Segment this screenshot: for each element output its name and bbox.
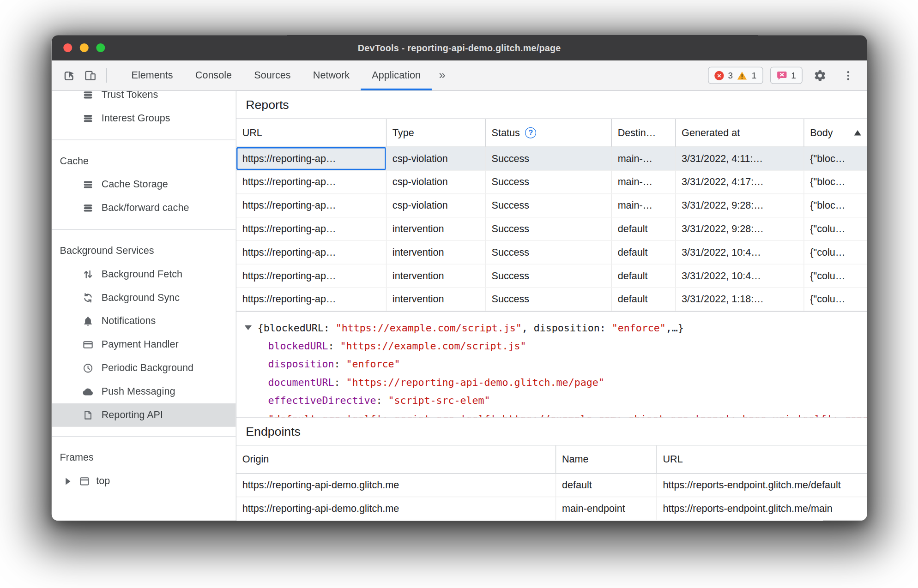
- report-url-cell[interactable]: https://reporting-ap…: [236, 288, 387, 311]
- panel-tabs: Elements Console Sources Network Applica…: [120, 60, 432, 90]
- report-body-cell: {"colu…: [804, 264, 867, 288]
- column-header-origin[interactable]: Origin: [236, 445, 556, 473]
- tab-application[interactable]: Application: [361, 60, 432, 90]
- sidebar-item-back-forward-cache[interactable]: Back/forward cache: [52, 197, 236, 220]
- report-body-cell: {"colu…: [804, 241, 867, 264]
- endpoints-table-header: Origin Name URL: [236, 445, 867, 474]
- window-title: DevTools - reporting-api-demo.glitch.me/…: [52, 42, 867, 53]
- report-generated-cell: 3/31/2022, 1:18:…: [676, 288, 804, 311]
- report-url-cell[interactable]: https://reporting-ap…: [236, 194, 387, 217]
- inspect-cursor-icon: [63, 69, 76, 82]
- sidebar-item-label: Reporting API: [102, 409, 163, 421]
- report-row[interactable]: https://reporting-ap… intervention Succe…: [236, 264, 867, 288]
- preview-collapsed-line[interactable]: {blockedURL: "https://example.com/script…: [245, 319, 867, 337]
- report-url-cell[interactable]: https://reporting-ap…: [236, 264, 387, 288]
- report-url-cell[interactable]: https://reporting-ap…: [236, 241, 387, 264]
- report-status-cell: Success: [486, 171, 612, 194]
- column-header-name[interactable]: Name: [556, 445, 657, 473]
- sidebar-item-reporting-api[interactable]: Reporting API: [52, 403, 236, 427]
- issues-badge[interactable]: 1: [770, 67, 802, 84]
- sidebar-item-label: Back/forward cache: [102, 202, 189, 214]
- sidebar-item-top-frame[interactable]: top: [52, 470, 236, 493]
- column-header-generated-at[interactable]: Generated at: [676, 119, 804, 147]
- report-row[interactable]: https://reporting-ap… intervention Succe…: [236, 288, 867, 312]
- sidebar-item-label: top: [96, 475, 110, 487]
- report-generated-cell: 3/31/2022, 9:28:…: [676, 217, 804, 240]
- collapse-triangle-icon[interactable]: [245, 325, 252, 330]
- column-header-status[interactable]: Status ?: [486, 119, 612, 147]
- expand-triangle-icon[interactable]: [66, 478, 70, 485]
- report-status-cell: Success: [486, 241, 612, 264]
- report-url-cell[interactable]: https://reporting-ap…: [236, 147, 387, 170]
- report-type-cell: intervention: [387, 217, 486, 240]
- endpoint-row[interactable]: https://reporting-api-demo.glitch.me def…: [236, 474, 867, 497]
- report-type-cell: csp-violation: [387, 194, 486, 217]
- kebab-menu-icon: [842, 69, 855, 82]
- sidebar-divider: [52, 436, 236, 437]
- error-count: 3: [728, 70, 733, 80]
- sidebar-item-notifications[interactable]: Notifications: [52, 310, 236, 333]
- tab-network[interactable]: Network: [302, 60, 361, 90]
- window-controls: [63, 35, 105, 60]
- status-help-icon[interactable]: ?: [525, 127, 536, 138]
- sidebar-section-background-services: Background Services: [52, 239, 236, 263]
- report-row[interactable]: https://reporting-ap… csp-violation Succ…: [236, 147, 867, 171]
- column-header-destination[interactable]: Destin…: [612, 119, 676, 147]
- sync-icon: [82, 292, 94, 304]
- report-row[interactable]: https://reporting-ap… intervention Succe…: [236, 241, 867, 264]
- sidebar-item-trust-tokens[interactable]: Trust Tokens: [52, 91, 236, 107]
- tab-elements[interactable]: Elements: [120, 60, 184, 90]
- tab-sources[interactable]: Sources: [243, 60, 302, 90]
- sidebar-section-frames: Frames: [52, 446, 236, 470]
- report-generated-cell: 3/31/2022, 4:17:…: [676, 171, 804, 194]
- settings-button[interactable]: [809, 66, 831, 85]
- database-icon: [82, 202, 94, 214]
- report-row[interactable]: https://reporting-ap… intervention Succe…: [236, 217, 867, 241]
- warning-count: 1: [752, 70, 757, 80]
- up-down-arrows-icon: [82, 269, 94, 280]
- column-header-type[interactable]: Type: [387, 119, 486, 147]
- sidebar-item-cache-storage[interactable]: Cache Storage: [52, 173, 236, 197]
- inspect-element-button[interactable]: [59, 66, 80, 85]
- tab-console[interactable]: Console: [184, 60, 243, 90]
- report-row[interactable]: https://reporting-ap… csp-violation Succ…: [236, 194, 867, 217]
- column-header-body[interactable]: Body: [804, 119, 867, 147]
- endpoint-name-cell: main-endpoint: [556, 497, 657, 520]
- preview-property: disposition: "enforce": [245, 355, 867, 373]
- report-url-cell[interactable]: https://reporting-ap…: [236, 217, 387, 240]
- column-header-url[interactable]: URL: [236, 119, 387, 147]
- reporting-api-view: Reports URL Type Status ? Destin… Genera…: [236, 91, 867, 521]
- minimize-window-button[interactable]: [80, 43, 89, 52]
- column-header-endpoint-url[interactable]: URL: [657, 445, 867, 473]
- warning-icon: [737, 71, 748, 80]
- toggle-device-toolbar-button[interactable]: [80, 66, 101, 85]
- endpoint-row[interactable]: https://reporting-api-demo.glitch.me mai…: [236, 497, 867, 521]
- sidebar-item-label: Trust Tokens: [102, 91, 158, 101]
- close-window-button[interactable]: [63, 43, 72, 52]
- sidebar-item-label: Background Sync: [102, 292, 180, 304]
- devtools-window: DevTools - reporting-api-demo.glitch.me/…: [52, 35, 867, 521]
- sidebar-item-background-fetch[interactable]: Background Fetch: [52, 263, 236, 286]
- more-panels-button[interactable]: »: [432, 60, 453, 90]
- report-generated-cell: 3/31/2022, 9:28:…: [676, 194, 804, 217]
- console-status-badge[interactable]: × 3 1: [708, 67, 763, 84]
- report-type-cell: intervention: [387, 288, 486, 311]
- devtools-menu-button[interactable]: [838, 66, 859, 85]
- report-url-cell[interactable]: https://reporting-ap…: [236, 171, 387, 194]
- sidebar-item-label: Background Fetch: [102, 269, 182, 280]
- sidebar-item-push-messaging[interactable]: Push Messaging: [52, 380, 236, 403]
- sidebar-scroll-area[interactable]: Trust Tokens Interest Groups Cache: [52, 91, 236, 493]
- sidebar-item-label: Periodic Background: [102, 362, 193, 374]
- sidebar-item-interest-groups[interactable]: Interest Groups: [52, 107, 236, 130]
- maximize-window-button[interactable]: [96, 43, 105, 52]
- sidebar-item-background-sync[interactable]: Background Sync: [52, 286, 236, 310]
- endpoint-url-cell: https://reports-endpoint.glitch.me/main: [657, 497, 867, 520]
- database-icon: [82, 91, 94, 101]
- report-row[interactable]: https://reporting-ap… csp-violation Succ…: [236, 171, 867, 194]
- report-status-cell: Success: [486, 288, 612, 311]
- sidebar-item-payment-handler[interactable]: Payment Handler: [52, 333, 236, 357]
- sidebar-item-label: Payment Handler: [102, 339, 179, 350]
- report-destination-cell: default: [612, 217, 676, 240]
- sidebar-item-periodic-background-sync[interactable]: Periodic Background: [52, 356, 236, 380]
- reports-table-body: https://reporting-ap… csp-violation Succ…: [236, 147, 867, 312]
